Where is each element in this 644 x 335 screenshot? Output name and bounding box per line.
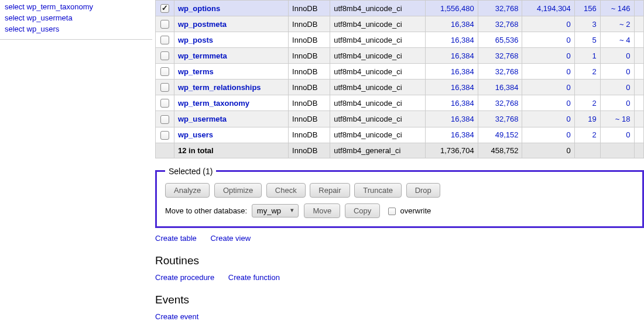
tables-list: wp_optionsInnoDButf8mb4_unicode_ci1,556,… (155, 0, 644, 158)
selected-actions-fieldset: Selected (1) Analyze Optimize Check Repa… (155, 167, 644, 228)
data-free-cell: 0 (522, 16, 574, 32)
table-name-link[interactable]: wp_usermeta (178, 115, 227, 123)
create-function-link[interactable]: Create function (228, 273, 280, 282)
collation-cell: utf8mb4_unicode_ci (330, 32, 426, 48)
table-name-link[interactable]: wp_postmeta (178, 20, 227, 29)
extra-cell (634, 127, 643, 143)
events-links-row: Create event (155, 312, 644, 321)
row-checkbox[interactable] (160, 20, 169, 29)
rows-cell: 19 (574, 111, 600, 127)
rows-cell: 1 (574, 48, 600, 64)
total-label: 12 in total (174, 143, 289, 158)
table-row[interactable]: wp_termsInnoDButf8mb4_unicode_ci16,38432… (156, 64, 644, 80)
sidebar-link[interactable]: select wp_term_taxonomy (5, 2, 155, 11)
row-checkbox[interactable] (160, 67, 169, 76)
data-free-cell: 0 (522, 80, 574, 95)
data-length-cell: 16,384 (426, 64, 478, 80)
table-row[interactable]: wp_usermetaInnoDButf8mb4_unicode_ci16,38… (156, 111, 644, 127)
overwrite-checkbox[interactable] (388, 208, 396, 215)
sidebar: select wp_term_taxonomy select wp_userme… (0, 0, 155, 328)
collation-cell: utf8mb4_unicode_ci (330, 64, 426, 80)
index-length-cell: 16,384 (478, 80, 522, 95)
table-name-link[interactable]: wp_users (178, 130, 213, 139)
auto-increment-cell: ~ 18 (600, 111, 634, 127)
table-name-link[interactable]: wp_posts (178, 36, 213, 44)
sidebar-divider (0, 39, 152, 40)
check-button[interactable]: Check (266, 183, 306, 198)
row-checkbox[interactable] (160, 83, 169, 92)
auto-increment-cell: 0 (600, 48, 634, 64)
index-length-cell: 32,768 (478, 95, 522, 111)
rows-cell (574, 80, 600, 95)
routines-heading: Routines (155, 254, 644, 267)
engine-cell: InnoDB (289, 80, 330, 95)
extra-cell (634, 80, 643, 95)
rows-cell: 156 (574, 1, 600, 16)
rows-cell: 3 (574, 16, 600, 32)
engine-cell: InnoDB (289, 32, 330, 48)
total-row: 12 in totalInnoDButf8mb4_general_ci1,736… (156, 143, 644, 158)
index-length-cell: 32,768 (478, 16, 522, 32)
create-table-link[interactable]: Create table (155, 234, 197, 243)
table-name-link[interactable]: wp_term_taxonomy (178, 99, 249, 108)
create-procedure-link[interactable]: Create procedure (155, 273, 214, 282)
optimize-button[interactable]: Optimize (214, 183, 262, 198)
row-checkbox[interactable] (160, 4, 169, 13)
index-length-cell: 65,536 (478, 32, 522, 48)
rows-cell: 2 (574, 127, 600, 143)
data-free-cell: 0 (522, 127, 574, 143)
move-row: Move to other database: my_wp Move Copy … (165, 203, 634, 218)
sidebar-link[interactable]: select wp_users (5, 25, 155, 33)
create-event-link[interactable]: Create event (155, 312, 198, 321)
data-length-cell: 16,384 (426, 111, 478, 127)
index-length-cell: 32,768 (478, 48, 522, 64)
extra-cell (634, 95, 643, 111)
analyze-button[interactable]: Analyze (165, 183, 210, 198)
move-button[interactable]: Move (304, 203, 340, 218)
row-checkbox[interactable] (160, 36, 169, 44)
table-row[interactable]: wp_termmetaInnoDButf8mb4_unicode_ci16,38… (156, 48, 644, 64)
sidebar-link[interactable]: select wp_usermeta (5, 13, 155, 22)
table-row[interactable]: wp_postsInnoDButf8mb4_unicode_ci16,38465… (156, 32, 644, 48)
table-name-link[interactable]: wp_terms (178, 67, 214, 76)
database-select[interactable]: my_wp (252, 204, 299, 217)
truncate-button[interactable]: Truncate (354, 183, 402, 198)
table-name-link[interactable]: wp_options (178, 4, 220, 13)
engine-cell: InnoDB (289, 1, 330, 16)
engine-cell: InnoDB (289, 16, 330, 32)
data-free-cell: 0 (522, 111, 574, 127)
collation-cell: utf8mb4_unicode_ci (330, 16, 426, 32)
create-view-link[interactable]: Create view (210, 234, 251, 243)
row-checkbox[interactable] (160, 115, 169, 124)
action-buttons-row: Analyze Optimize Check Repair Truncate D… (165, 183, 634, 198)
index-length-cell: 49,152 (478, 127, 522, 143)
row-checkbox[interactable] (160, 99, 169, 108)
table-name-link[interactable]: wp_termmeta (178, 51, 227, 60)
data-length-cell: 16,384 (426, 32, 478, 48)
auto-increment-cell: 0 (600, 127, 634, 143)
data-free-cell: 4,194,304 (522, 1, 574, 16)
table-row[interactable]: wp_postmetaInnoDButf8mb4_unicode_ci16,38… (156, 16, 644, 32)
table-row[interactable]: wp_usersInnoDButf8mb4_unicode_ci16,38449… (156, 127, 644, 143)
rows-cell: 5 (574, 32, 600, 48)
auto-increment-cell: 0 (600, 95, 634, 111)
drop-button[interactable]: Drop (406, 183, 440, 198)
copy-button[interactable]: Copy (345, 203, 380, 218)
collation-cell: utf8mb4_unicode_ci (330, 48, 426, 64)
row-checkbox[interactable] (160, 51, 169, 60)
table-row[interactable]: wp_optionsInnoDButf8mb4_unicode_ci1,556,… (156, 1, 644, 16)
table-row[interactable]: wp_term_relationshipsInnoDButf8mb4_unico… (156, 80, 644, 95)
extra-cell (634, 32, 643, 48)
table-name-link[interactable]: wp_term_relationships (178, 83, 261, 92)
auto-increment-cell: ~ 2 (600, 16, 634, 32)
data-free-cell: 0 (522, 64, 574, 80)
data-free-cell: 0 (522, 95, 574, 111)
engine-cell: InnoDB (289, 111, 330, 127)
repair-button[interactable]: Repair (310, 183, 350, 198)
data-length-cell: 16,384 (426, 127, 478, 143)
row-checkbox[interactable] (160, 131, 169, 140)
extra-cell (634, 48, 643, 64)
table-row[interactable]: wp_term_taxonomyInnoDButf8mb4_unicode_ci… (156, 95, 644, 111)
extra-cell (634, 16, 643, 32)
rows-cell: 2 (574, 64, 600, 80)
